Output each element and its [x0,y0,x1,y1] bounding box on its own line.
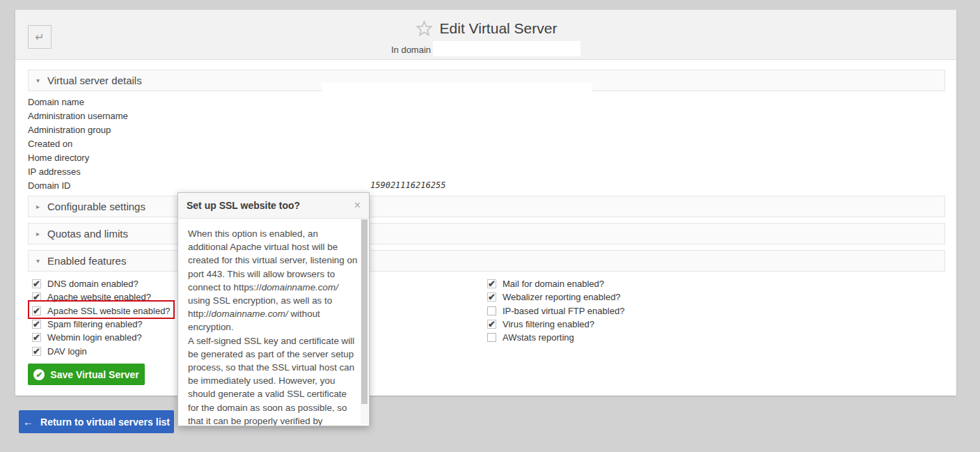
checkbox[interactable]: ✔ [32,293,41,302]
popup-title: Set up SSL website too? [187,200,300,211]
detail-value: 159021116216255 [370,180,445,190]
checkbox[interactable]: ✔ [487,293,496,302]
checkbox[interactable]: ✔ [32,279,41,288]
page: ↵ Edit Virtual Server In domain ▾ Virtua… [0,0,980,452]
detail-label: Created on [28,139,370,149]
return-to-list-button[interactable]: ← Return to virtual servers list [19,410,174,433]
detail-label: Administration group [28,125,370,135]
expand-triangle-icon: ▸ [36,230,40,237]
popup-scrollbar [361,219,368,424]
feature-label: Mail for domain enabled? [503,279,604,289]
save-button[interactable]: ✔ Save Virtual Server [28,364,145,385]
scrollbar-thumb[interactable] [361,219,368,404]
popup-body: When this option is enabled, an addition… [178,219,360,426]
collapse-triangle-icon: ▾ [36,77,40,84]
popup-paragraph: A self-signed SSL key and certificate wi… [188,334,358,426]
section-configurable-settings[interactable]: ▸ Configurable settings [28,196,945,217]
section-quotas-and-limits[interactable]: ▸ Quotas and limits [28,223,945,244]
popup-paragraph: When this option is enabled, an addition… [188,227,358,334]
detail-row: Administration group [28,123,654,137]
check-circle-icon: ✔ [33,369,45,380]
popup-header: Set up SSL website too? × [178,193,369,219]
page-title-line: Edit Virtual Server [15,20,956,38]
checkbox[interactable]: ✔ [32,306,41,315]
checkbox[interactable]: ✔ [32,320,41,329]
detail-row: Domain ID159021116216255 [28,178,654,192]
redacted-domain-name [433,41,580,56]
redacted-details-values [322,83,592,98]
feature-label: DAV login [47,346,87,357]
left-arrow-icon: ← [23,416,33,428]
feature-row: AWstats reporting [487,331,717,344]
collapse-triangle-icon: ▾ [36,257,40,265]
checkbox[interactable]: ✔ [32,333,41,342]
checkbox[interactable]: ✔ [32,347,41,356]
section-title: Configurable settings [47,201,145,212]
card-header: ↵ Edit Virtual Server In domain [15,10,956,60]
section-title: Quotas and limits [47,228,128,240]
feature-label: Spam filtering enabled? [47,319,143,329]
checkbox[interactable] [487,333,496,342]
feature-row: ✔Virus filtering enabled? [487,318,717,331]
main-card: ↵ Edit Virtual Server In domain ▾ Virtua… [15,10,956,396]
feature-label: Webalizer reporting enabled? [503,292,621,302]
save-button-label: Save Virtual Server [50,369,139,380]
checkbox[interactable]: ✔ [487,320,496,329]
detail-row: Administration username [28,109,654,123]
detail-label: Home directory [28,153,370,163]
in-domain-label: In domain [391,45,431,55]
star-icon[interactable] [415,20,434,38]
feature-label: DNS domain enabled? [47,279,139,289]
section-enabled-features[interactable]: ▾ Enabled features [28,250,945,272]
detail-row: Created on [28,137,654,150]
checkbox[interactable]: ✔ [487,279,496,288]
feature-row: ✔Mail for domain enabled? [487,277,717,290]
section-title: Virtual server details [47,75,142,86]
detail-row: Home directory [28,150,654,164]
feature-label: AWstats reporting [503,332,574,343]
page-title: Edit Virtual Server [440,20,558,37]
detail-label: Domain ID [28,180,370,191]
feature-label: Virus filtering enabled? [503,319,594,329]
expand-triangle-icon: ▸ [36,203,40,210]
section-title: Enabled features [47,255,126,267]
return-button-label: Return to virtual servers list [40,416,170,428]
feature-row: IP-based virtual FTP enabled? [487,304,717,318]
features-column-right: ✔Mail for domain enabled?✔Webalizer repo… [487,277,717,344]
feature-label: Apache SSL website enabled? [47,306,171,316]
detail-label: Administration username [28,111,370,121]
feature-row: ✔Webalizer reporting enabled? [487,290,717,304]
feature-label: IP-based virtual FTP enabled? [503,306,624,316]
details-rows: Domain nameAdministration usernameAdmini… [28,95,654,192]
ssl-help-popup: Set up SSL website too? × When this opti… [177,192,370,426]
close-icon[interactable]: × [354,200,361,211]
feature-label: Webmin login enabled? [47,332,142,343]
checkbox[interactable] [487,306,496,315]
detail-label: IP addresses [28,166,370,177]
detail-label: Domain name [28,97,370,107]
detail-row: IP addresses [28,164,654,178]
popup-paragraphs: When this option is enabled, an addition… [188,227,358,426]
feature-label: Apache website enabled? [47,292,151,302]
in-domain-line: In domain [15,42,956,57]
